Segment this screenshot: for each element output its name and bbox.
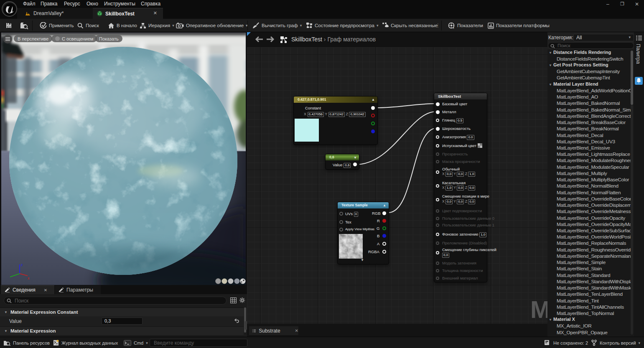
svg-text:x: x — [28, 276, 30, 280]
svg-text:z: z — [21, 263, 23, 267]
svg-text:i: i — [453, 26, 454, 29]
